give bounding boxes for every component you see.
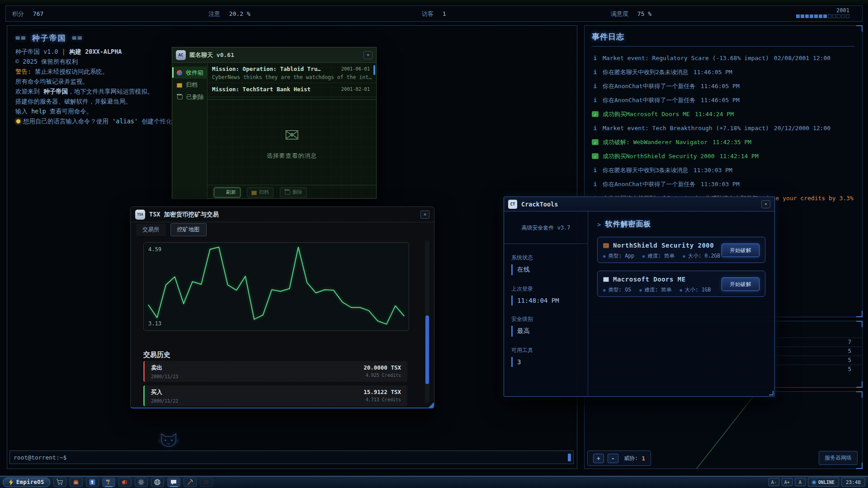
- close-icon[interactable]: ×: [761, 200, 770, 208]
- anonchat-titlebar[interactable]: AC 匿名聊天 v0.61 ×: [172, 47, 376, 63]
- attention-value: 20.2 %: [229, 10, 250, 17]
- font-reset-button[interactable]: A: [795, 478, 806, 486]
- terminal-cursor: [568, 454, 571, 461]
- corner-bracket: [856, 391, 863, 398]
- gear-icon[interactable]: [135, 478, 148, 487]
- toolbar-button[interactable]: 刷新: [214, 188, 241, 197]
- pickaxe-icon[interactable]: [184, 478, 197, 487]
- event-text: 成功破解: WebWanderer Navigator: [603, 138, 708, 146]
- year-progress-block: [796, 14, 800, 18]
- zoom-out-button[interactable]: -: [608, 454, 618, 463]
- score-stat: 积分 767: [12, 10, 43, 18]
- zoom-in-button[interactable]: +: [593, 454, 604, 463]
- refresh-icon: [218, 190, 224, 195]
- empty-state-text: 选择要查看的消息: [266, 152, 317, 160]
- chart-max-label: 4.59: [148, 246, 161, 253]
- stat-value: 11:48:04 PM: [511, 296, 580, 305]
- stat-value: 在线: [511, 264, 580, 275]
- cart-icon[interactable]: [53, 478, 66, 487]
- event-text: 你在AnonChat中获得了一个新任务: [603, 82, 696, 90]
- hammer-icon[interactable]: [102, 478, 115, 487]
- taskbar-app-icons: [50, 478, 213, 487]
- event-log-entry: 成功破解: WebWanderer Navigator 11:42:35 PM: [592, 135, 855, 149]
- software-card: NorthShield Security 2000 ●类型: App ●难度: …: [597, 237, 765, 263]
- close-icon[interactable]: ×: [363, 51, 373, 59]
- toolbar-button[interactable]: 归档: [247, 188, 274, 197]
- chevron-right-icon: >: [597, 221, 601, 228]
- event-time: 11:30:03 PM: [693, 167, 732, 174]
- trash-icon: [285, 190, 290, 195]
- satisfaction-label: 满意度: [611, 10, 628, 17]
- upload-icon[interactable]: [86, 478, 99, 487]
- anonchat-toolbar: 刷新 归档 删除: [208, 185, 376, 199]
- trade-date: 2000/11/22: [151, 399, 401, 404]
- event-time: 11:42:35 PM: [712, 139, 751, 145]
- package-icon[interactable]: [200, 478, 213, 487]
- message-list-scrollbar[interactable]: [373, 65, 375, 75]
- terminal-input[interactable]: root@torrent:~$: [9, 450, 574, 464]
- box-icon[interactable]: [70, 478, 83, 487]
- threat-control-box: + - 威胁: 1: [587, 450, 651, 466]
- event-text: 成功购买Macrosoft Doors ME: [603, 110, 690, 118]
- tsx-scrollbar[interactable]: [425, 240, 429, 403]
- tsx-title: TSX 加密货币挖矿与交易: [149, 211, 416, 219]
- server-network-button[interactable]: 服务器网络: [819, 451, 858, 465]
- event-log-entry: 成功购买NorthShield Security 2000 11:42:14 P…: [592, 149, 855, 163]
- stat-value: 3: [511, 357, 580, 367]
- event-kind-icon: [592, 97, 599, 103]
- attention-stat: 注意 20.2 %: [208, 10, 250, 18]
- start-crack-button[interactable]: 开始破解: [722, 244, 760, 257]
- bolt-icon: [9, 479, 14, 486]
- message-list-item[interactable]: Mission: TechStart Bank Heist 2001-02-01: [208, 83, 376, 97]
- cracktools-titlebar[interactable]: CT CrackTools ×: [504, 197, 774, 211]
- folder-label: 已删除: [186, 93, 204, 101]
- bullet-icon: ●: [639, 288, 642, 292]
- message-list-item[interactable]: Mission: Operation: Tabloid Tru… 2001-06…: [208, 63, 376, 83]
- folder-item[interactable]: 归档: [172, 79, 207, 91]
- event-text: 你在匿名聊天中收到2条未读消息: [603, 68, 689, 76]
- satisfaction-stat: 满意度 75 %: [611, 10, 651, 18]
- font-larger-button[interactable]: A+: [782, 478, 793, 486]
- bullet-icon: ●: [603, 288, 605, 292]
- threat-value: 1: [642, 455, 645, 462]
- chat-icon[interactable]: [167, 478, 180, 487]
- bullet-icon: ●: [683, 254, 685, 258]
- software-type: ●类型: App: [603, 253, 634, 259]
- font-smaller-button[interactable]: A-: [769, 478, 779, 486]
- inbox-icon: [177, 70, 182, 75]
- event-time: 11:46:05 PM: [701, 83, 740, 89]
- folder-item[interactable]: 收件箱: [172, 66, 207, 79]
- event-kind-icon: [592, 125, 599, 131]
- terminal-prompt: root@torrent:~$: [14, 454, 66, 461]
- software-name: Macrosoft Doors ME: [613, 276, 686, 283]
- globe-icon[interactable]: [151, 478, 164, 487]
- trade-amount: 20.0000 TSX: [363, 364, 401, 371]
- event-time: 20/12/2000 12:00: [774, 125, 830, 131]
- trash-icon: [177, 95, 183, 99]
- tsx-tab[interactable]: 挖矿地图: [170, 223, 207, 236]
- resize-handle[interactable]: [429, 402, 434, 408]
- score-label: 积分: [12, 10, 24, 17]
- attention-label: 注意: [208, 10, 220, 17]
- visitors-stat: 访客 1: [422, 10, 446, 18]
- toolbar-button-label: 刷新: [226, 189, 236, 196]
- event-kind-icon: [592, 181, 599, 188]
- event-log-entry: 你在AnonChat中获得了一个新任务 11:46:05 PM: [592, 93, 855, 107]
- start-crack-button[interactable]: 开始破解: [722, 277, 760, 291]
- year-value: 2001: [796, 7, 849, 14]
- start-button[interactable]: EmpireOS: [3, 478, 50, 487]
- close-icon[interactable]: ×: [420, 211, 429, 219]
- taskbar: EmpireOS: [0, 476, 868, 488]
- toolbar-button[interactable]: 删除: [280, 188, 307, 197]
- tsx-tab[interactable]: 交易所: [136, 224, 166, 236]
- tsx-titlebar[interactable]: TSX TSX 加密货币挖矿与交易 ×: [131, 207, 434, 222]
- corner-bracket: [856, 381, 863, 388]
- tsx-scrollbar-thumb[interactable]: [425, 315, 429, 384]
- archive-icon: [177, 83, 182, 88]
- resize-handle[interactable]: [769, 391, 774, 395]
- folder-item[interactable]: 已删除: [172, 91, 207, 103]
- megaphone-icon[interactable]: [118, 478, 132, 487]
- system-stats: 系统状态 在线 上次登录 11:48:04 PM 安全级别 最高 可用: [504, 254, 588, 367]
- bulb-icon: [16, 119, 20, 123]
- price-chart: 4.59 3.13: [143, 242, 409, 331]
